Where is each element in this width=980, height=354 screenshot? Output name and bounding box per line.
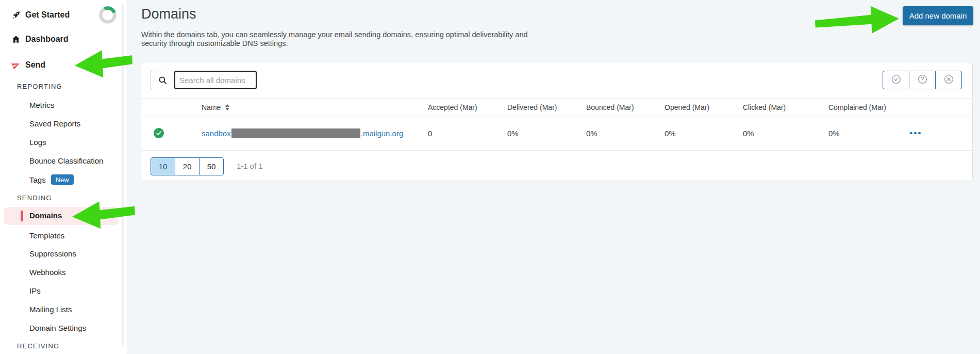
complained-value: 0% bbox=[828, 129, 910, 138]
sidebar-section-receiving: RECEIVING bbox=[17, 341, 59, 351]
search-input[interactable] bbox=[174, 71, 257, 89]
column-complained-header: Complained (Mar) bbox=[828, 103, 910, 111]
domain-name-cell: sandbox.mailgun.org bbox=[176, 128, 428, 138]
column-opened-header: Opened (Mar) bbox=[665, 103, 743, 111]
sidebar-section-reporting: REPORTING bbox=[17, 81, 62, 91]
redacted-domain-segment bbox=[231, 128, 360, 138]
home-icon bbox=[11, 35, 21, 44]
rocket-icon bbox=[11, 10, 21, 20]
active-indicator-bar bbox=[21, 211, 23, 221]
page-size-group: 10 20 50 bbox=[151, 157, 224, 175]
table-row: sandbox.mailgun.org 0 0% 0% 0% 0% 0% bbox=[141, 116, 972, 151]
column-clicked-header: Clicked (Mar) bbox=[743, 103, 828, 111]
sidebar: Get Started Dashboard Send REPORTING Met… bbox=[0, 0, 127, 354]
domain-link[interactable]: sandbox.mailgun.org bbox=[202, 128, 403, 138]
opened-value: 0% bbox=[665, 129, 743, 138]
domain-status-cell bbox=[141, 128, 176, 138]
sidebar-item-get-started[interactable]: Get Started bbox=[11, 9, 70, 21]
column-delivered-header: Delivered (Mar) bbox=[507, 103, 586, 111]
sidebar-item-suppressions[interactable]: Suppressions bbox=[29, 248, 76, 259]
paper-plane-icon bbox=[11, 60, 21, 70]
add-new-domain-button[interactable]: Add new domain bbox=[903, 6, 973, 25]
domain-search bbox=[151, 71, 257, 89]
sidebar-item-mailing-lists[interactable]: Mailing Lists bbox=[29, 303, 72, 315]
pagination-range-label: 1-1 of 1 bbox=[237, 151, 263, 181]
sidebar-item-ips[interactable]: IPs bbox=[29, 285, 41, 296]
row-actions-menu[interactable] bbox=[910, 132, 972, 135]
unverified-filter-button[interactable] bbox=[935, 71, 962, 89]
column-bounced-header: Bounced (Mar) bbox=[586, 103, 665, 111]
sidebar-item-bounce-classification[interactable]: Bounce Classification bbox=[29, 155, 103, 166]
domains-card: Name Accepted (Mar) Delivered (Mar) Boun… bbox=[141, 62, 973, 181]
x-circle-icon bbox=[943, 74, 954, 86]
table-header: Name Accepted (Mar) Delivered (Mar) Boun… bbox=[141, 99, 972, 116]
verified-check-icon bbox=[154, 128, 164, 138]
check-circle-icon bbox=[891, 74, 902, 86]
new-badge: New bbox=[51, 174, 74, 185]
sidebar-item-label: Send bbox=[25, 60, 45, 70]
onboarding-progress-ring bbox=[99, 6, 117, 24]
question-circle-icon bbox=[917, 74, 928, 86]
page-title: Domains bbox=[141, 6, 196, 22]
main-content: Domains Within the domains tab, you can … bbox=[127, 0, 980, 354]
sidebar-scrollbar[interactable] bbox=[122, 5, 124, 346]
sidebar-item-label: Get Started bbox=[25, 10, 70, 20]
sidebar-section-sending: SENDING bbox=[17, 192, 52, 203]
page-size-10-button[interactable]: 10 bbox=[151, 157, 175, 175]
search-icon bbox=[151, 71, 175, 89]
clicked-value: 0% bbox=[743, 129, 828, 138]
column-name-header: Name bbox=[176, 103, 428, 111]
pagination: 10 20 50 1-1 of 1 bbox=[141, 151, 972, 181]
help-filter-button[interactable] bbox=[909, 71, 936, 89]
sidebar-item-label: Dashboard bbox=[25, 35, 69, 44]
mailgun-domains-page: Get Started Dashboard Send REPORTING Met… bbox=[0, 0, 980, 354]
sidebar-item-metrics[interactable]: Metrics bbox=[29, 99, 54, 110]
sidebar-item-webhooks[interactable]: Webhooks bbox=[29, 266, 66, 278]
verified-filter-button[interactable] bbox=[883, 71, 909, 89]
sidebar-item-domain-settings[interactable]: Domain Settings bbox=[29, 322, 86, 333]
sidebar-item-templates[interactable]: Templates bbox=[29, 230, 64, 241]
page-description: Within the domains tab, you can seamless… bbox=[141, 30, 549, 48]
sidebar-item-dashboard[interactable]: Dashboard bbox=[11, 33, 69, 45]
page-size-20-button[interactable]: 20 bbox=[175, 157, 200, 175]
domains-toolbar bbox=[141, 62, 972, 99]
column-accepted-header: Accepted (Mar) bbox=[428, 103, 507, 111]
delivered-value: 0% bbox=[507, 129, 586, 138]
bounced-value: 0% bbox=[586, 129, 665, 138]
sidebar-item-logs[interactable]: Logs bbox=[29, 136, 46, 148]
sidebar-item-saved-reports[interactable]: Saved Reports bbox=[29, 118, 80, 129]
page-size-50-button[interactable]: 50 bbox=[199, 157, 224, 175]
sort-icon[interactable] bbox=[225, 104, 229, 110]
sidebar-item-send[interactable]: Send bbox=[11, 59, 45, 71]
status-filter-group bbox=[883, 71, 962, 89]
sidebar-item-tags[interactable]: Tags New bbox=[29, 174, 74, 185]
accepted-value: 0 bbox=[428, 129, 507, 138]
sidebar-item-domains[interactable]: Domains bbox=[4, 207, 119, 225]
